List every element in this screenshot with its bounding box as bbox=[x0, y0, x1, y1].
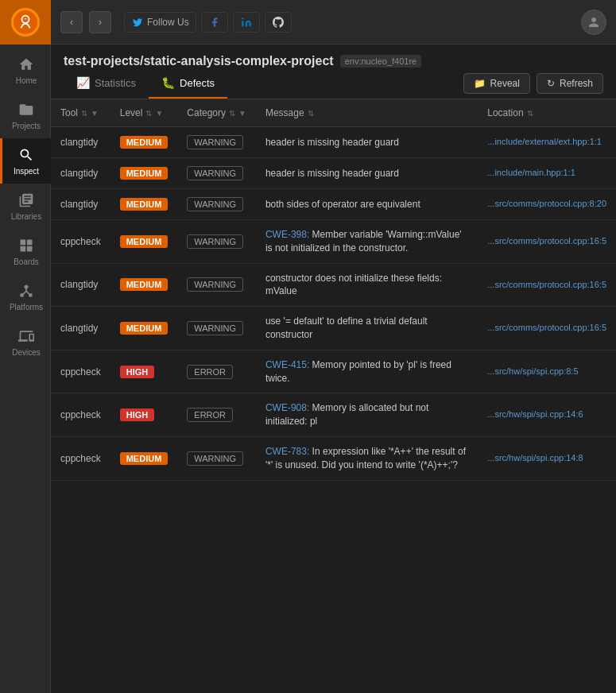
location-sort-icon[interactable]: ⇅ bbox=[527, 109, 533, 118]
col-category: Category ⇅ ▼ bbox=[177, 99, 256, 127]
cell-message: CWE-415: Memory pointed to by 'pl' is fr… bbox=[256, 350, 478, 393]
cell-category: WARNING bbox=[177, 307, 256, 350]
cell-tool: cppcheck bbox=[51, 350, 110, 393]
cell-message: both sides of operator are equivalent bbox=[256, 189, 478, 220]
project-title: test-projects/static-analysis-complex-pr… bbox=[64, 54, 603, 68]
cell-tool: cppcheck bbox=[51, 393, 110, 437]
sidebar-item-label: Projects bbox=[12, 122, 41, 130]
cell-tool: clangtidy bbox=[51, 263, 110, 307]
cwe-link[interactable]: CWE-398: bbox=[265, 229, 312, 240]
cell-location: ...src/hw/spi/spi.cpp:8:5 bbox=[478, 350, 616, 393]
tool-filter-icon[interactable]: ▼ bbox=[91, 109, 99, 118]
message-text: CWE-415: Memory pointed to by 'pl' is fr… bbox=[265, 359, 451, 384]
cell-category: WARNING bbox=[177, 220, 256, 264]
location-link[interactable]: ...src/comms/protocol.cpp:16:5 bbox=[487, 280, 606, 289]
cell-tool: cppcheck bbox=[51, 220, 110, 264]
level-badge: MEDIUM bbox=[120, 167, 169, 180]
sidebar-item-label: Boards bbox=[14, 257, 39, 266]
level-badge: HIGH bbox=[120, 408, 155, 421]
tool-value: clangtidy bbox=[60, 168, 98, 179]
follow-us-link[interactable]: Follow Us bbox=[124, 12, 196, 33]
location-link[interactable]: ...src/hw/spi/spi.cpp:8:5 bbox=[487, 366, 578, 376]
sidebar-item-devices[interactable]: Devices bbox=[0, 319, 51, 365]
cell-level: MEDIUM bbox=[110, 127, 178, 158]
defects-table-container: Tool ⇅ ▼ Level ⇅ ▼ C bbox=[51, 99, 616, 693]
follow-us-label: Follow Us bbox=[147, 17, 189, 28]
category-badge: WARNING bbox=[187, 135, 243, 149]
location-link[interactable]: ...src/comms/protocol.cpp:16:5 bbox=[487, 236, 606, 246]
refresh-label: Refresh bbox=[560, 78, 593, 89]
message-text: header is missing header guard bbox=[265, 137, 399, 148]
sidebar-item-boards[interactable]: Boards bbox=[0, 229, 51, 274]
sidebar-item-label: Home bbox=[16, 76, 37, 85]
sidebar-item-home[interactable]: Home bbox=[0, 48, 51, 93]
location-link[interactable]: ...src/comms/protocol.cpp:8:20 bbox=[487, 199, 606, 208]
cell-level: MEDIUM bbox=[110, 220, 178, 264]
statistics-icon: 📈 bbox=[76, 76, 90, 89]
level-badge: MEDIUM bbox=[120, 322, 169, 335]
tool-value: cppcheck bbox=[60, 236, 101, 247]
cell-message: use '= default' to define a trivial defa… bbox=[256, 307, 478, 350]
tab-statistics-label: Statistics bbox=[95, 77, 136, 89]
tool-value: clangtidy bbox=[60, 323, 98, 334]
table-row: cppcheckMEDIUMWARNINGCWE-783: In express… bbox=[51, 436, 616, 480]
cell-level: MEDIUM bbox=[110, 158, 178, 189]
message-text: header is missing header guard bbox=[265, 168, 399, 179]
location-link[interactable]: ...src/hw/spi/spi.cpp:14:8 bbox=[487, 453, 583, 463]
project-name: test-projects/static-analysis-complex-pr… bbox=[64, 54, 334, 68]
message-text: CWE-398: Member variable 'Warning::mValu… bbox=[265, 229, 462, 254]
cell-category: WARNING bbox=[177, 263, 256, 307]
cell-category: ERROR bbox=[177, 393, 256, 437]
location-link[interactable]: ...src/comms/protocol.cpp:16:5 bbox=[487, 323, 606, 332]
refresh-button[interactable]: ↻ Refresh bbox=[537, 73, 603, 94]
cell-message: header is missing header guard bbox=[256, 127, 478, 158]
cell-category: WARNING bbox=[177, 436, 256, 480]
cell-level: HIGH bbox=[110, 393, 178, 437]
sidebar-item-projects[interactable]: Projects bbox=[0, 93, 51, 138]
back-button[interactable]: ‹ bbox=[60, 11, 83, 33]
facebook-link[interactable] bbox=[201, 12, 228, 33]
location-link[interactable]: ...include/main.hpp:1:1 bbox=[487, 168, 575, 177]
tab-defects[interactable]: 🐛 Defects bbox=[149, 68, 227, 99]
sidebar-item-inspect[interactable]: Inspect bbox=[0, 138, 51, 184]
tool-sort-icon[interactable]: ⇅ bbox=[81, 109, 87, 118]
sidebar-item-platforms[interactable]: Platforms bbox=[0, 274, 51, 319]
cwe-link[interactable]: CWE-415: bbox=[265, 359, 312, 370]
user-avatar[interactable] bbox=[581, 10, 606, 35]
cell-category: WARNING bbox=[177, 158, 256, 189]
message-sort-icon[interactable]: ⇅ bbox=[308, 109, 314, 118]
level-sort-icon[interactable]: ⇅ bbox=[145, 109, 152, 118]
level-badge: MEDIUM bbox=[120, 452, 169, 465]
cwe-link[interactable]: CWE-783: bbox=[265, 446, 312, 457]
linkedin-link[interactable] bbox=[233, 12, 260, 33]
app-logo[interactable] bbox=[0, 0, 51, 45]
cell-tool: clangtidy bbox=[51, 189, 110, 220]
cell-level: MEDIUM bbox=[110, 263, 178, 307]
level-filter-icon[interactable]: ▼ bbox=[155, 109, 163, 118]
table-header: Tool ⇅ ▼ Level ⇅ ▼ C bbox=[51, 99, 616, 127]
category-filter-icon[interactable]: ▼ bbox=[238, 109, 246, 118]
env-badge: env:nucleo_f401re bbox=[340, 55, 422, 68]
tab-statistics[interactable]: 📈 Statistics bbox=[64, 68, 149, 99]
location-link[interactable]: ...include/external/ext.hpp:1:1 bbox=[487, 137, 602, 146]
reveal-button[interactable]: 📁 Reveal bbox=[463, 73, 530, 94]
table-row: clangtidyMEDIUMWARNINGheader is missing … bbox=[51, 158, 616, 189]
forward-button[interactable]: › bbox=[89, 11, 111, 33]
category-badge: WARNING bbox=[187, 451, 243, 466]
cell-tool: cppcheck bbox=[51, 436, 110, 480]
sidebar-item-libraries[interactable]: Libraries bbox=[0, 184, 51, 229]
tool-value: clangtidy bbox=[60, 279, 98, 290]
category-badge: WARNING bbox=[187, 277, 243, 292]
location-link[interactable]: ...src/hw/spi/spi.cpp:14:6 bbox=[487, 409, 583, 419]
sidebar-item-label: Inspect bbox=[14, 167, 39, 176]
category-sort-icon[interactable]: ⇅ bbox=[229, 109, 235, 118]
category-badge: WARNING bbox=[187, 166, 243, 180]
tool-value: cppcheck bbox=[60, 409, 101, 420]
twitter-icon bbox=[131, 16, 144, 29]
level-badge: MEDIUM bbox=[120, 136, 169, 149]
cwe-link[interactable]: CWE-908: bbox=[265, 402, 312, 413]
github-link[interactable] bbox=[265, 12, 292, 33]
devices-icon bbox=[17, 327, 35, 345]
reveal-icon: 📁 bbox=[474, 78, 486, 89]
tool-value: clangtidy bbox=[60, 137, 98, 148]
